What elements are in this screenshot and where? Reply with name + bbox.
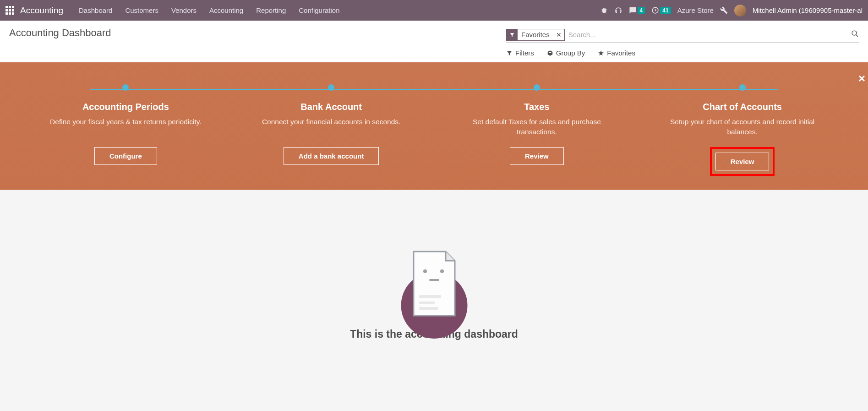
step-desc: Define your fiscal years & tax returns p…	[43, 117, 208, 138]
empty-illustration	[409, 249, 459, 320]
document-icon	[409, 249, 459, 318]
nav-configuration[interactable]: Configuration	[292, 0, 346, 21]
svg-rect-4	[429, 279, 439, 281]
activities-badge: 41	[660, 7, 671, 14]
page-title: Accounting Dashboard	[9, 27, 111, 39]
search-input[interactable]	[568, 31, 851, 38]
nav-customers[interactable]: Customers	[119, 0, 165, 21]
step-dot	[328, 84, 334, 91]
user-name[interactable]: Mitchell Admin (19609905-master-al	[753, 6, 863, 14]
activities-icon[interactable]: 41	[651, 6, 671, 14]
svg-point-2	[423, 269, 427, 273]
groupby-button[interactable]: Group By	[547, 49, 585, 57]
nav-reporting[interactable]: Reporting	[250, 0, 292, 21]
nav-links: Dashboard Customers Vendors Accounting R…	[72, 0, 346, 21]
messages-badge: 4	[638, 7, 645, 14]
configure-button[interactable]: Configure	[94, 147, 157, 165]
close-icon[interactable]: ×	[858, 71, 865, 86]
highlight-box: Review	[710, 147, 775, 176]
tools-icon[interactable]	[720, 6, 728, 14]
nav-accounting[interactable]: Accounting	[203, 0, 250, 21]
favorites-button[interactable]: Favorites	[598, 49, 635, 57]
search-icon[interactable]	[851, 30, 859, 40]
svg-rect-7	[419, 307, 438, 310]
step-title: Accounting Periods	[43, 102, 208, 112]
step-desc: Set default Taxes for sales and purchase…	[454, 117, 619, 138]
add-bank-button[interactable]: Add a bank account	[284, 147, 379, 165]
groupby-label: Group By	[556, 49, 585, 57]
step-title: Chart of Accounts	[660, 102, 825, 112]
apps-icon[interactable]	[5, 6, 15, 15]
onboarding-banner: × Accounting Periods Define your fiscal …	[0, 62, 868, 190]
facet-close-icon[interactable]: ✕	[553, 31, 564, 38]
svg-rect-5	[419, 295, 441, 298]
support-icon[interactable]	[614, 6, 622, 15]
step-chart-of-accounts: Chart of Accounts Setup your chart of ac…	[660, 84, 825, 176]
empty-state: This is the accounting dashboard	[0, 190, 868, 340]
step-title: Bank Account	[249, 102, 414, 112]
review-coa-button[interactable]: Review	[715, 153, 770, 170]
step-title: Taxes	[454, 102, 619, 112]
facet-label: Favorites	[518, 31, 553, 38]
search-box[interactable]: Favorites ✕	[506, 27, 859, 43]
navbar-right: 4 41 Azure Store Mitchell Admin (1960990…	[601, 5, 863, 16]
review-taxes-button[interactable]: Review	[510, 147, 564, 165]
avatar[interactable]	[734, 5, 746, 16]
step-accounting-periods: Accounting Periods Define your fiscal ye…	[43, 84, 208, 176]
favorites-label: Favorites	[607, 49, 635, 57]
step-bank-account: Bank Account Connect your financial acco…	[249, 84, 414, 176]
step-desc: Setup your chart of accounts and record …	[660, 117, 825, 138]
filters-label: Filters	[515, 49, 534, 57]
top-navbar: Accounting Dashboard Customers Vendors A…	[0, 0, 868, 21]
messages-icon[interactable]: 4	[629, 6, 645, 14]
funnel-icon	[507, 29, 518, 40]
step-desc: Connect your financial accounts in secon…	[249, 117, 414, 138]
step-dot	[534, 84, 540, 91]
app-brand[interactable]: Accounting	[20, 5, 63, 16]
step-dot	[122, 84, 129, 91]
store-link[interactable]: Azure Store	[677, 6, 714, 14]
filters-button[interactable]: Filters	[506, 49, 534, 57]
step-taxes: Taxes Set default Taxes for sales and pu…	[454, 84, 619, 176]
step-dot	[739, 84, 746, 91]
search-facet-favorites: Favorites ✕	[506, 29, 565, 41]
bug-icon[interactable]	[601, 7, 608, 14]
nav-dashboard[interactable]: Dashboard	[72, 0, 119, 21]
svg-point-3	[440, 269, 444, 273]
svg-rect-6	[419, 301, 435, 304]
svg-point-1	[852, 31, 857, 35]
nav-vendors[interactable]: Vendors	[165, 0, 203, 21]
control-panel: Accounting Dashboard Favorites ✕	[0, 21, 868, 62]
